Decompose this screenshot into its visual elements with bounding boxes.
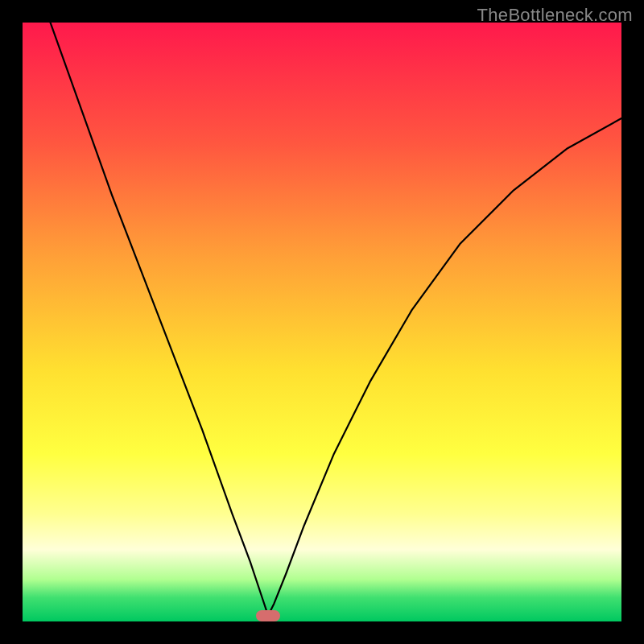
chart-curve (23, 23, 621, 621)
bottleneck-marker (256, 610, 280, 621)
watermark-text: TheBottleneck.com (477, 5, 633, 26)
